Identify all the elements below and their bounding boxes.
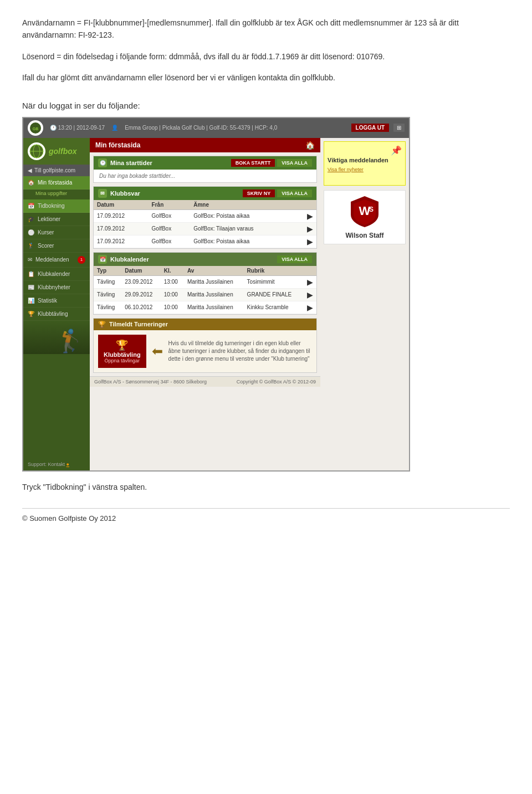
golfbox-globe-icon	[29, 144, 44, 158]
intro-paragraph-3: Ifall du har glömt ditt användarnamn ell…	[22, 71, 510, 84]
tilmeldt-section: 🏆 Tilmeldt Turneringer 🏆 Klubbtävling Öp…	[93, 318, 317, 373]
cell-av: Maritta Jussilainen	[184, 275, 244, 288]
row-arrow[interactable]: ▶	[302, 301, 316, 314]
cell-kl: 10:00	[161, 288, 184, 301]
support-link[interactable]: ●	[66, 462, 69, 467]
table-row[interactable]: Tävling 29.09.2012 10:00 Maritta Jussila…	[94, 288, 316, 301]
table-row[interactable]: Tävling 23.09.2012 13:00 Maritta Jussila…	[94, 275, 316, 288]
cell-datum: 29.09.2012	[121, 288, 161, 301]
sidebar-item-klubkalender[interactable]: 📋 Klubkalender	[23, 268, 90, 281]
sidebar-item-uppgifter[interactable]: Mina uppgifter	[23, 189, 90, 199]
col-amne: Ämne	[190, 200, 296, 210]
boka-startt-button[interactable]: BOKA STARTT	[231, 159, 275, 167]
sidebar-item-meddelanden[interactable]: ✉ Meddelanden 1	[23, 253, 90, 268]
golfbox-logo-icon: GB	[29, 122, 42, 134]
table-row[interactable]: 17.09.2012 GolfBox GolfBox: Tilaajan var…	[94, 222, 316, 235]
col-action	[302, 266, 316, 276]
klubkalender-buttons: VISA ALLA	[277, 255, 312, 263]
cell-typ: Tävling	[94, 301, 121, 314]
section-heading: När du loggat in ser du följande:	[22, 101, 510, 110]
cell-fran: GolfBox	[149, 209, 191, 222]
klubbsvar-buttons: SKRIV NY VISA ALLA	[243, 189, 312, 197]
logout-button[interactable]: LOGGA UT	[351, 124, 389, 132]
notification-badge: 1	[78, 256, 85, 264]
sidebar-logo-text: golfbox	[49, 147, 77, 156]
wilson-ad[interactable]: W S Wilson Staff	[324, 190, 406, 244]
grid-button[interactable]: ⊞	[393, 124, 405, 132]
sidebar-item-kurser[interactable]: ⚪ Kurser	[23, 226, 90, 239]
cell-datum: 17.09.2012	[94, 222, 149, 235]
sidebar-item-forstasida[interactable]: 🏠 Min förstasida	[23, 176, 90, 189]
tilmeldt-box-title: Klubbtävling	[104, 351, 141, 358]
sidebar-item-tidbokning[interactable]: 📅 Tidbokning	[23, 199, 90, 213]
clock-icon: 🕐	[98, 158, 107, 167]
page-footer-copyright: © Suomen Golfpiste Oy 2012	[22, 508, 510, 522]
top-bar-right: LOGGA UT ⊞	[351, 124, 405, 132]
sidebar-item-klubbnyheter[interactable]: 📰 Klubbnyheter	[23, 281, 90, 294]
row-arrow[interactable]: ▶	[296, 222, 316, 235]
col-action	[296, 200, 316, 210]
klubkalender-section: 📅 Klubkalender VISA ALLA Typ Datum	[93, 252, 317, 315]
sticky-title: Viktiga meddelanden	[328, 157, 402, 163]
trophy-icon: 🏆	[28, 311, 34, 317]
screenshot-container: GB 🕐 13:20 | 2012-09-17 👤 Emma Groop | P…	[22, 117, 410, 472]
top-bar: GB 🕐 13:20 | 2012-09-17 👤 Emma Groop | P…	[23, 118, 409, 138]
svg-text:S: S	[369, 206, 374, 213]
table-row[interactable]: 17.09.2012 GolfBox GolfBox: Poistaa aika…	[94, 209, 316, 222]
col-av: Av	[184, 266, 244, 276]
visa-alla-klubbsvar-button[interactable]: VISA ALLA	[277, 189, 312, 197]
right-panel: 📌 Viktiga meddelanden Visa fler nyheter …	[320, 138, 409, 470]
table-row[interactable]: Tävling 06.10.2012 10:00 Maritta Jussila…	[94, 301, 316, 314]
sidebar-to-course[interactable]: ◀ Till golfpiste.com	[23, 165, 90, 176]
tilmeldt-description: Hvis du vil tilmelde dig turneringer i d…	[168, 340, 312, 363]
course-icon: ⚪	[28, 229, 34, 235]
tilmeldt-box-sub: Öppna tävlingar	[104, 358, 141, 363]
svg-text:GB: GB	[33, 127, 39, 131]
sidebar-item-klubbtavling[interactable]: 🏆 Klubbtävling	[23, 308, 90, 321]
visa-fler-nyheter-link[interactable]: Visa fler nyheter	[328, 167, 402, 172]
klubkalender-table-header: Typ Datum Kl. Av Rubrik	[94, 266, 316, 276]
sticky-note: 📌 Viktiga meddelanden Visa fler nyheter	[324, 141, 406, 186]
page-header: Min förstasida 🏠	[90, 138, 320, 152]
sidebar-golfer-image: 🏌	[23, 321, 90, 354]
top-bar-time: 🕐 13:20 | 2012-09-17	[50, 125, 105, 131]
tilmeldt-content: 🏆 Klubbtävling Öppna tävlingar ⬅ Hvis du…	[94, 330, 316, 372]
cell-datum: 06.10.2012	[121, 301, 161, 314]
sidebar-item-lektioner[interactable]: 🎓 Lektioner	[23, 213, 90, 226]
kalender-icon: 📋	[28, 271, 34, 277]
top-bar-user: Emma Groop | Pickala Golf Club | Golf-ID…	[125, 125, 277, 131]
top-bar-left: GB 🕐 13:20 | 2012-09-17 👤 Emma Groop | P…	[28, 120, 277, 136]
row-arrow[interactable]: ▶	[302, 288, 316, 301]
kalender-section-icon: 📅	[98, 255, 107, 264]
sidebar-item-statistik[interactable]: 📊 Statistik	[23, 294, 90, 308]
tilmeldt-arrow-icon: ⬅	[152, 344, 163, 359]
mail-icon: ✉	[28, 257, 32, 263]
klubbsvar-table: Datum Från Ämne 17.09.2012 GolfBox GolfB…	[94, 200, 316, 248]
cell-amne: GolfBox: Poistaa aikaa	[190, 235, 296, 248]
screenshot-footer: GolfBox A/S - Sønsommervej 34F - 8600 Si…	[90, 376, 320, 387]
row-arrow[interactable]: ▶	[302, 275, 316, 288]
footer-copyright: Copyright © GolfBox A/S © 2012-09	[237, 379, 316, 385]
cell-typ: Tävling	[94, 288, 121, 301]
cell-rubrik: Tosimimmit	[244, 275, 302, 288]
col-typ: Typ	[94, 266, 121, 276]
tilmeldt-box[interactable]: 🏆 Klubbtävling Öppna tävlingar	[98, 335, 146, 368]
table-row[interactable]: 17.09.2012 GolfBox GolfBox: Poistaa aika…	[94, 235, 316, 248]
visa-alla-kalender-button[interactable]: VISA ALLA	[277, 255, 312, 263]
visa-alla-startt-button[interactable]: VISA ALLA	[277, 159, 312, 167]
cell-amne: GolfBox: Tilaajan varaus	[190, 222, 296, 235]
content-sections: 🕐 Mina starttider BOKA STARTT VISA ALLA …	[90, 152, 320, 376]
footer-address: GolfBox A/S - Sønsommervej 34F - 8600 Si…	[94, 379, 207, 385]
row-arrow[interactable]: ▶	[296, 235, 316, 248]
cell-datum: 17.09.2012	[94, 209, 149, 222]
sidebar-item-scorer[interactable]: 🏌 Scorer	[23, 239, 90, 253]
skriv-ny-button[interactable]: SKRIV NY	[243, 189, 275, 197]
cell-typ: Tävling	[94, 275, 121, 288]
trophy-box-icon: 🏆	[116, 340, 128, 351]
row-arrow[interactable]: ▶	[296, 209, 316, 222]
cell-av: Maritta Jussilainen	[184, 301, 244, 314]
cell-kl: 13:00	[161, 275, 184, 288]
col-kl: Kl.	[161, 266, 184, 276]
calendar-icon: 📅	[28, 203, 34, 209]
col-rubrik: Rubrik	[244, 266, 302, 276]
